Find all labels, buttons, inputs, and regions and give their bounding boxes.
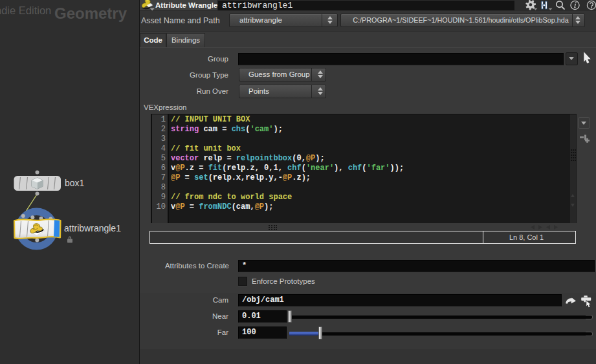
svg-text:attribwrangle1: attribwrangle1 <box>64 223 121 233</box>
svg-text:box1: box1 <box>65 178 85 188</box>
